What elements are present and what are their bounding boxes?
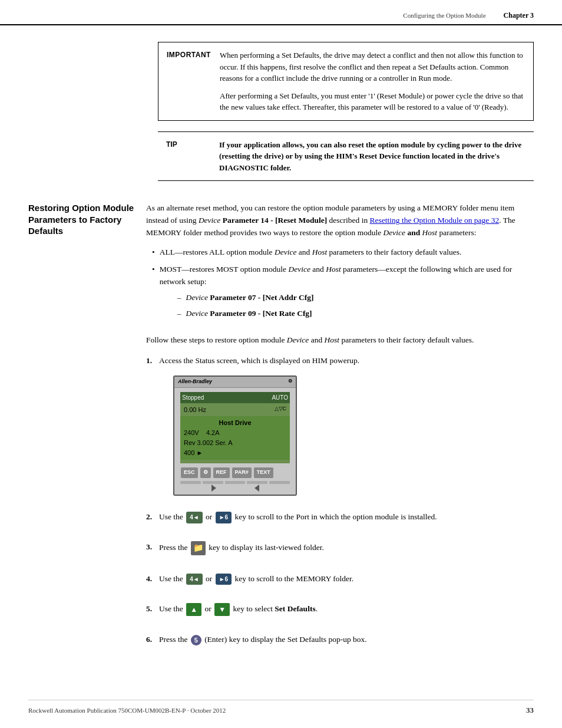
him-freq: 0.00 Hz <box>184 405 206 415</box>
tip-label: TIP <box>166 139 219 174</box>
important-para-1: When performing a Set Defaults, the driv… <box>220 50 525 84</box>
important-box: IMPORTANT When performing a Set Defaults… <box>158 42 534 121</box>
him-status: Stopped <box>182 393 204 403</box>
step-4-content: Use the 4◄ or ►6 key to scroll to the ME… <box>159 573 534 594</box>
step-6-number: 6. <box>146 634 159 646</box>
important-label: IMPORTANT <box>167 50 220 113</box>
him-green-section: Host Drive 240V 4.2A Rev 3.002 Ser. A 40… <box>180 416 290 460</box>
him-arrow-left-icon <box>211 485 216 492</box>
step-3-content: Press the 📁 key to display its last-view… <box>159 541 534 564</box>
section-heading: Restoring Option Module Parameters to Fa… <box>28 202 146 664</box>
him-softkey-5 <box>269 481 290 484</box>
him-drive-title: Host Drive <box>184 418 286 428</box>
step-6-content: Press the 5 (Enter) key to display the S… <box>159 634 534 654</box>
step-1-content: Access the Status screen, which is displ… <box>159 355 534 502</box>
bullet-all: ALL—restores ALL option module Device an… <box>146 246 534 259</box>
him-btn-ref: REF <box>213 467 230 478</box>
him-arrows-row <box>177 486 293 493</box>
step-4-number: 4. <box>146 573 159 585</box>
key-folder: 📁 <box>191 541 206 555</box>
him-btn-esc: ESC <box>181 467 198 478</box>
step-3-number: 3. <box>146 541 159 554</box>
footer-publication: Rockwell Automation Publication 750COM-U… <box>28 706 226 716</box>
him-screen: Stopped AUTO 0.00 Hz △▽C Host Drive <box>180 392 290 464</box>
him-softkey-2 <box>203 481 223 484</box>
bullet-list: ALL—restores ALL option module Device an… <box>146 246 534 324</box>
him-btn-par: PAR# <box>232 467 252 478</box>
step-2: 2. Use the 4◄ or ►6 key to scroll to the… <box>146 511 534 532</box>
step-1: 1. Access the Status screen, which is di… <box>146 355 534 502</box>
tip-text: If your application allows, you can also… <box>219 139 525 174</box>
intro-paragraph: As an alternate reset method, you can re… <box>146 202 534 239</box>
step-2-content: Use the 4◄ or ►6 key to scroll to the Po… <box>159 511 534 532</box>
important-para-2: After performing a Set Defaults, you mus… <box>220 90 525 113</box>
him-counter: 400 ► <box>184 448 286 458</box>
him-buttons: ESC ⚙ REF PAR# TEXT <box>177 466 293 480</box>
step-5-content: Use the ▲ or ▼ key to select Set Default… <box>159 603 534 625</box>
key-right-6-2: ►6 <box>216 574 232 585</box>
step-5-number: 5. <box>146 603 159 615</box>
him-arrow-right-icon <box>254 485 259 492</box>
him-btn-text: TEXT <box>254 467 273 478</box>
page-header: Configuring the Option Module Chapter 3 <box>0 0 562 25</box>
page-body: IMPORTANT When performing a Set Defaults… <box>0 25 562 664</box>
sub-list: Device Parameter 07 - [Net Addr Cfg] Dev… <box>171 292 534 320</box>
him-brand: Allen-Bradley <box>178 378 212 386</box>
tip-content: If your application allows, you can also… <box>219 139 525 174</box>
important-content: When performing a Set Defaults, the driv… <box>220 50 525 113</box>
tip-box: TIP If your application allows, you can … <box>158 131 534 182</box>
sub-item-net-addr: Device Parameter 07 - [Net Addr Cfg] <box>171 292 534 304</box>
him-auto: AUTO <box>272 393 288 403</box>
page-number: 33 <box>526 705 534 716</box>
bullet-most: MOST—restores MOST option module Device … <box>146 263 534 324</box>
key-4-left-2: 4◄ <box>186 574 202 585</box>
him-softkeys <box>177 480 293 486</box>
him-softkey-4 <box>247 481 267 484</box>
him-top-bar: Allen-Bradley ⚙ <box>174 377 296 388</box>
key-right-6: ►6 <box>216 512 232 523</box>
section-heading-text: Restoring Option Module Parameters to Fa… <box>28 203 134 236</box>
page-footer: Rockwell Automation Publication 750COM-U… <box>28 700 534 716</box>
key-down-arrow: ▼ <box>214 603 230 617</box>
step-4: 4. Use the 4◄ or ►6 key to scroll to the… <box>146 573 534 594</box>
step-2-number: 2. <box>146 511 159 523</box>
section-body: As an alternate reset method, you can re… <box>146 202 534 664</box>
him-logo-icon: ⚙ <box>288 378 292 385</box>
step-6: 6. Press the 5 (Enter) key to display th… <box>146 634 534 654</box>
header-chapter-title: Configuring the Option Module <box>403 11 485 21</box>
him-softkey-3 <box>225 481 246 484</box>
steps-intro: Follow these steps to restore option mod… <box>146 334 534 347</box>
him-display: Allen-Bradley ⚙ Stopped AUTO <box>173 375 297 496</box>
header-chapter: Chapter 3 <box>504 11 534 21</box>
him-btn-folder: ⚙ <box>200 467 211 478</box>
key-up-arrow: ▲ <box>186 603 201 617</box>
reset-module-link[interactable]: Resetting the Option Module on page 32 <box>370 216 500 225</box>
him-line2: Rev 3.002 Ser. A <box>184 438 286 448</box>
step-3: 3. Press the 📁 key to display its last-v… <box>146 541 534 564</box>
key-4-left: 4◄ <box>186 512 202 523</box>
him-mode: △▽C <box>275 405 287 415</box>
him-line1: 240V 4.2A <box>184 428 286 438</box>
key-5-enter: 5 <box>191 635 201 645</box>
steps-section: Follow these steps to restore option mod… <box>146 334 534 655</box>
him-softkey-1 <box>180 481 201 484</box>
sub-item-net-rate: Device Parameter 09 - [Net Rate Cfg] <box>171 308 534 320</box>
step-5: 5. Use the ▲ or ▼ key to select Set Defa… <box>146 603 534 625</box>
content-section: Restoring Option Module Parameters to Fa… <box>28 202 534 664</box>
step-1-number: 1. <box>146 355 159 367</box>
